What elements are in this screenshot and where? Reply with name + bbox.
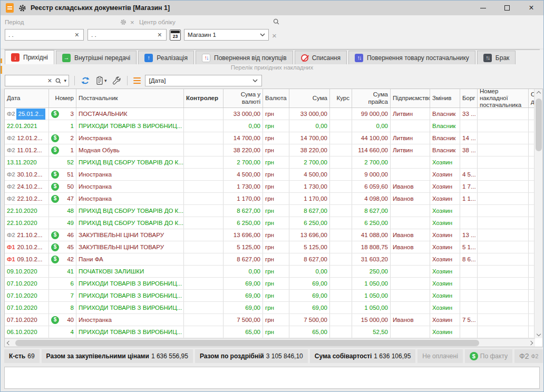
tab-spysannya[interactable]: Списання: [295, 51, 347, 64]
tab-realizatsiya[interactable]: ↑ Реалізація: [138, 51, 194, 64]
table-row[interactable]: Ф230.10.2...$51Иностранка4 500,00грн4 50…: [5, 169, 535, 181]
column-header-invoice[interactable]: Номер накладної постачальника: [478, 89, 529, 107]
tab-vnutrishni-peredachi[interactable]: → Внутрішні передачі: [56, 51, 137, 64]
cell-controller: [184, 132, 224, 144]
cell-price_sum: 0,00: [352, 120, 391, 132]
table-row[interactable]: Ф224.10.2...$50Иностранка1 730,00грн1 73…: [5, 181, 535, 193]
center-clear-icon[interactable]: ×: [272, 31, 277, 40]
table-row[interactable]: Ф225.01.2...$3ПОСТАЧАЛЬНИК33 000,00грн33…: [5, 108, 535, 120]
cell-currency: грн: [263, 156, 289, 168]
grid-body: Ф225.01.2...$3ПОСТАЧАЛЬНИК33 000,00грн33…: [5, 108, 535, 338]
tab-povernennya-tovaru-postachalnyku[interactable]: ↑↓ Повернення товару постачальнику: [348, 51, 475, 64]
paste-caret-icon[interactable]: ▾: [104, 78, 107, 83]
table-row[interactable]: 22.01.20211ПРИХОДИ ТОВАРІВ З ВИРОБНИЦ...…: [5, 120, 535, 132]
column-header-rate[interactable]: Курс: [330, 89, 352, 107]
filter-by-fact-toggle[interactable]: $По факту: [465, 349, 512, 363]
filter-f2-toggle[interactable]: Ф2Ф2: [514, 349, 543, 363]
table-row[interactable]: Ф212.01.2...$2Иностранка14 700,00грн14 7…: [5, 132, 535, 144]
column-header-sum[interactable]: Сума: [289, 89, 330, 107]
cell-price_sum: 4 098,00: [352, 193, 391, 204]
cell-price_sum: 15 000,00: [352, 314, 391, 326]
table-row[interactable]: 06.10.20204ПРИХОДИ ТОВАРІВ З ВИРОБНИЦ...…: [5, 326, 535, 338]
cell-supplier: ПРИХОДИ ТОВАРІВ З ВИРОБНИЦ...: [76, 326, 184, 338]
cell-changed_by: Хозяин: [430, 217, 460, 229]
gear-icon[interactable]: [18, 4, 26, 12]
group-list-button[interactable]: [133, 77, 141, 85]
tab-prykhidni[interactable]: ↓ Прихідні: [5, 50, 54, 64]
column-header-controller[interactable]: Контролер: [184, 89, 224, 107]
table-row[interactable]: Ф221.10.2...$46ЗАКУПІВЕЛЬНІ ЦІНИ ТОВАРУ1…: [5, 229, 535, 241]
column-header-changed_by[interactable]: Змінив: [430, 89, 460, 107]
horizontal-scrollbar[interactable]: [5, 338, 535, 347]
number-value: 41: [67, 266, 74, 277]
number-value: 40: [67, 315, 74, 326]
cell-sum_currency: 0,00: [224, 120, 263, 132]
table-row[interactable]: Ф211.01.2...$1Модная Обувь38 220,00грн38…: [5, 144, 535, 156]
vertical-scroll-thumb[interactable]: [536, 99, 542, 151]
search-clear-icon[interactable]: ×: [46, 77, 53, 84]
cell-sum_currency: 13 696,00: [224, 229, 263, 241]
calendar-icon[interactable]: 23: [170, 30, 181, 41]
horizontal-scroll-thumb[interactable]: [15, 340, 479, 346]
tab-brak[interactable]: ↑↓ Брак: [477, 51, 516, 64]
table-row[interactable]: Ф109.10.2...$42Пани ФА8 627,00грн8 627,0…: [5, 253, 535, 266]
vertical-scrollbar[interactable]: [534, 89, 542, 338]
maximize-button[interactable]: [495, 1, 519, 15]
date-to-input[interactable]: . . ×: [88, 29, 167, 41]
table-row[interactable]: 22.10.202048ПРИХІД ВІД СБОРУ ТОВАРІВ ДО …: [5, 205, 535, 217]
group-field-select[interactable]: [Дата]: [145, 75, 262, 86]
period-clear-icon[interactable]: ×: [130, 18, 134, 26]
column-header-debt[interactable]: Борг: [460, 89, 478, 107]
date-from-input[interactable]: . . ×: [5, 29, 84, 41]
column-header-enterprise[interactable]: Підприємство: [391, 89, 430, 107]
search-icon[interactable]: [273, 18, 280, 25]
cell-changed_by: Хозяин: [430, 181, 460, 192]
table-row[interactable]: Ф120.10.2...$45ЗАКУПІВЕЛЬНІ ЦІНИ ТОВАРУ5…: [5, 241, 535, 253]
table-row[interactable]: 09.10.202041ПОЧАТКОВІ ЗАЛИШКИ0,00грн0,00…: [5, 266, 535, 278]
column-header-number[interactable]: Номер: [49, 89, 76, 107]
paste-button[interactable]: ▾: [94, 75, 108, 86]
cell-debt: 8 6...: [460, 253, 478, 265]
column-header-sum_currency[interactable]: Сума у валюті: [224, 89, 263, 107]
cell-changed_by: Хозяин: [430, 193, 460, 204]
column-header-date[interactable]: Дата: [5, 89, 49, 107]
scroll-up-button[interactable]: [535, 89, 543, 97]
tab-povernennya-vid-pokuptsiv[interactable]: ↑↓ Повернення від покупців: [196, 51, 293, 64]
minimize-button[interactable]: [471, 1, 495, 15]
scroll-left-button[interactable]: [5, 339, 13, 347]
search-lens-icon[interactable]: [55, 77, 62, 84]
date-value: 20.10.2...: [17, 242, 43, 253]
scroll-right-button[interactable]: [527, 339, 535, 347]
cell-controller: [184, 278, 224, 289]
date-value: 07.10.2020: [7, 290, 37, 301]
column-header-price_sum[interactable]: Сума прайса: [352, 89, 391, 107]
date-to-clear-icon[interactable]: ×: [157, 31, 163, 38]
table-row[interactable]: 22.10.202049ПРИХІД ВІД СБОРУ ТОВАРІВ ДО …: [5, 217, 535, 229]
cell-changed_by: Власник: [430, 108, 460, 120]
table-row[interactable]: 13.11.202052ПРИХІД ВІД СБОРУ ТОВАРІВ ДО …: [5, 156, 535, 169]
cell-price_sum: 250,00: [352, 266, 391, 277]
column-header-currency[interactable]: Валюта: [263, 89, 289, 107]
search-options-caret-icon[interactable]: ▾: [64, 78, 66, 83]
refresh-button[interactable]: [80, 75, 91, 86]
cell-rate: [330, 144, 352, 156]
scroll-down-button[interactable]: [535, 330, 543, 338]
cell-number: $3: [49, 108, 76, 120]
column-header-supplier[interactable]: Постачальник: [76, 89, 184, 107]
period-settings-gear-icon[interactable]: [120, 19, 127, 25]
table-row[interactable]: 07.10.20208ПРИХОДИ ТОВАРІВ З ВИРОБНИЦ...…: [5, 302, 535, 314]
filter-unpaid-toggle[interactable]: Не оплачені: [417, 349, 462, 363]
chevron-down-icon: [260, 33, 265, 36]
search-input[interactable]: × ▾: [5, 75, 69, 86]
table-row[interactable]: 07.10.20206ПРИХОДИ ТОВАРІВ З ВИРОБНИЦ...…: [5, 278, 535, 290]
table-row[interactable]: 07.10.2020$40Иностранка7 500,00грн7 500,…: [5, 314, 535, 326]
table-row[interactable]: 07.10.20207ПРИХОДИ ТОВАРІВ З ВИРОБНИЦ...…: [5, 290, 535, 302]
purchase-total-summary: Разом за закупівельними цінами1 636 556,…: [42, 349, 193, 363]
number-value: 2: [71, 133, 74, 144]
date-from-clear-icon[interactable]: ×: [74, 31, 80, 38]
accounting-center-select[interactable]: Магазин 1: [184, 29, 269, 41]
settings-button[interactable]: [111, 75, 122, 86]
close-button[interactable]: ×: [519, 1, 543, 15]
table-row[interactable]: Ф222.10.2...$47Иностранка1 170,00грн1 17…: [5, 193, 535, 205]
money-icon: $: [51, 110, 59, 118]
